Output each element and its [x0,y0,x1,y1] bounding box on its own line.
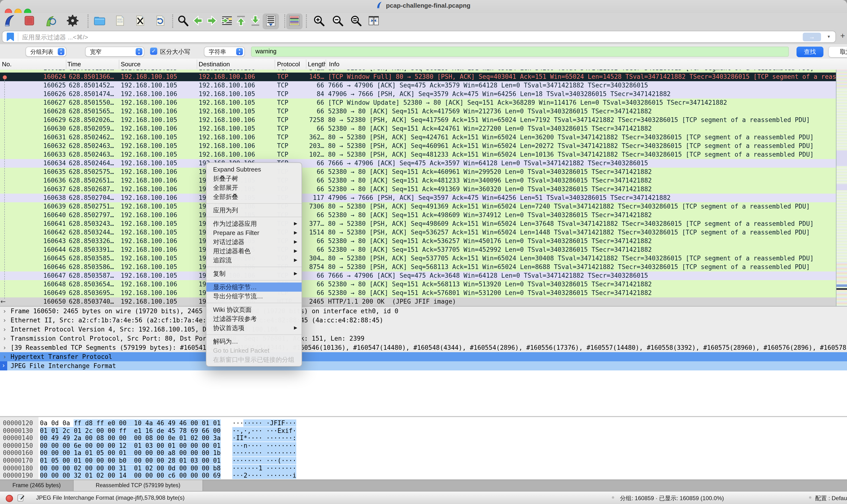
menu-item[interactable]: 全部折叠 [206,192,301,201]
zoom-out-icon[interactable] [331,14,344,28]
column-header-time[interactable]: Time [67,60,81,68]
expander-icon[interactable]: › [3,316,6,325]
cancel-button[interactable]: 取消 [829,47,847,57]
menu-item[interactable]: 显示分组字节… [206,283,301,292]
packet-row[interactable]: 160625628.8501452…192.168.100.105192.168… [0,81,836,90]
start-capture-icon[interactable] [4,14,16,28]
menu-item[interactable]: 全部展开 [206,183,301,192]
reload-file-icon[interactable] [154,14,167,28]
expert-info-icon[interactable] [6,495,13,502]
add-filter-button[interactable]: + [840,31,845,41]
packet-row[interactable]: 160640628.8502797…192.168.100.106192.168… [0,211,836,220]
packet-row[interactable]: 160632628.8502463…192.168.100.105192.168… [0,142,836,150]
menu-item[interactable]: 解码为… [206,337,301,346]
hex-bytes[interactable]: 01 01 2c 01 2c 00 00 ff e1 16 de 45 78 6… [40,427,221,434]
hex-row[interactable]: 0000017001 05 00 01 00 00 00 b0 00 00 00… [0,457,847,464]
hex-bytes[interactable]: 00 00 00 1a 01 05 00 01 00 00 00 a8 00 0… [40,449,221,457]
menu-item[interactable]: 过滤器字段参考 [206,314,301,323]
packet-row[interactable]: 160629628.8502026…192.168.100.105192.168… [0,116,836,124]
hex-ascii[interactable]: ··,·,··· ···Exif· [232,427,296,434]
menu-item[interactable]: 协议首选项▶ [206,323,301,332]
column-header-no[interactable]: No. [2,60,12,68]
search-width-select[interactable]: 宽窄▲▼ [85,47,144,57]
hex-bytes[interactable]: 01 05 00 01 00 00 00 b0 00 00 00 28 01 0… [40,457,221,464]
packet-row[interactable]: 160635628.8502575…192.168.100.106192.168… [0,168,836,176]
packet-row[interactable]: 160645628.8503585…192.168.100.105192.168… [0,254,836,263]
hex-bytes[interactable]: 00 00 00 02 00 00 00 31 01 02 00 0d 00 0… [40,464,221,472]
filter-bookmark-icon[interactable] [7,33,14,41]
menu-item[interactable]: 对话过滤器▶ [206,237,301,247]
hex-ascii[interactable]: ·II*···· ·······: [232,434,296,442]
column-header-length[interactable]: Length [308,60,326,68]
expander-icon[interactable]: › [3,307,6,316]
menu-item[interactable]: 应用为列 [206,205,301,215]
menu-item[interactable]: 追踪流▶ [206,256,301,265]
expander-icon[interactable]: › [0,361,7,371]
packet-row[interactable]: 160627628.8501550…192.168.100.106192.168… [0,98,836,107]
detail-line[interactable]: ›Hypertext Transfer Protocol [0,352,847,361]
colorize-icon[interactable] [286,14,302,29]
menu-item[interactable]: 用过滤器着色▶ [206,247,301,256]
hex-bytes[interactable]: 00 00 00 32 01 02 00 14 00 00 00 c6 00 0… [40,472,221,479]
go-first-icon[interactable] [235,14,247,28]
menu-item[interactable]: 作为过滤器应用▶ [206,219,301,228]
restart-capture-icon[interactable] [44,14,57,28]
go-to-packet-icon[interactable] [220,14,233,28]
detail-line[interactable]: ›Ethernet II, Src: a2:cf:1b:7a:4e:56 (a2… [0,316,847,325]
detail-line[interactable]: ›Transmission Control Protocol, Src Port… [0,334,847,343]
packet-row[interactable]: 160641628.8503243…192.168.100.105192.168… [0,220,836,228]
hex-row[interactable]: 0000016000 00 00 1a 01 05 00 01 00 00 00… [0,449,847,457]
zoom-in-icon[interactable] [313,14,325,28]
packet-row[interactable]: 160623628.8501359…192.168.100.105192.168… [0,70,836,73]
packet-row[interactable]: 160638628.8502704…192.168.100.106192.168… [0,194,836,202]
expander-icon[interactable]: › [3,325,6,334]
find-button[interactable]: 查找 [796,47,824,57]
go-last-icon[interactable] [249,14,262,28]
hex-row[interactable]: 0000014000 49 49 2a 00 08 00 00 00 08 00… [0,434,847,442]
hex-ascii[interactable]: ···2···· ·······i [232,472,296,479]
expander-icon[interactable]: › [3,352,6,361]
packet-row[interactable]: 160644628.8503391…192.168.100.106192.168… [0,246,836,254]
intelligent-scrollbar[interactable] [836,70,847,306]
find-packet-icon[interactable] [177,14,190,28]
detail-line[interactable]: ›Frame 160650: 2465 bytes on wire (19720… [0,307,847,316]
hex-row[interactable]: 0000018000 00 00 02 00 00 00 31 01 02 00… [0,464,847,472]
expander-icon[interactable]: › [3,334,6,343]
detail-line[interactable]: ›Internet Protocol Version 4, Src: 192.1… [0,325,847,334]
auto-scroll-icon[interactable] [263,14,279,29]
packet-row[interactable]: 160643628.8503326…192.168.100.106192.168… [0,237,836,246]
packet-row[interactable]: 160650628.8503740…192.168.100.105192.168… [0,298,836,306]
status-profile[interactable]: 配置 : Default [815,494,847,503]
tab-reassembled-tcp[interactable]: Reassembled TCP (579199 bytes) [73,480,203,491]
hex-bytes[interactable]: 00 49 49 2a 00 08 00 00 00 08 00 0e 01 0… [40,434,221,442]
menu-item[interactable]: 折叠子树 [206,174,301,183]
zoom-reset-icon[interactable] [350,14,362,28]
hex-ascii[interactable]: ········ ·JFIF··· [232,419,296,427]
hex-bytes[interactable]: 00 00 00 6e 00 00 00 12 01 03 00 01 00 0… [40,442,221,449]
display-filter-input[interactable]: 应用显示过滤器 ...<⌘/> → ▼ [2,31,836,43]
search-input[interactable]: warning [251,47,789,57]
hex-ascii[interactable]: ········ ···(···· [232,457,296,464]
menu-item[interactable]: 复制▶ [206,269,301,278]
column-header-destination[interactable]: Destination [198,60,230,68]
column-header-info[interactable]: Info [329,60,339,68]
go-back-icon[interactable] [191,14,204,28]
packet-row[interactable]: 160628628.8501565…192.168.100.106192.168… [0,107,836,116]
capture-options-icon[interactable] [66,14,79,28]
apply-filter-icon[interactable]: → [803,33,821,41]
menu-item[interactable]: Wiki 协议页面 [206,305,301,314]
packet-row[interactable]: 160633628.8502463…192.168.100.105192.168… [0,150,836,159]
expander-icon[interactable]: › [3,343,6,352]
detail-line[interactable]: ›JPEG File Interchange Format [0,361,847,371]
detail-line[interactable]: ›[39 Reassembled TCP Segments (579199 by… [0,343,847,352]
close-file-icon[interactable] [134,14,146,28]
menu-item[interactable]: 导出分组字节流… [206,292,301,301]
packet-row[interactable]: 160631628.8502462…192.168.100.105192.168… [0,133,836,142]
packet-row[interactable]: 160642628.8503244…192.168.100.105192.168… [0,228,836,237]
packet-row[interactable]: 160636628.8502651…192.168.100.106192.168… [0,176,836,185]
hex-bytes[interactable]: 0a 0d 0a ff d8 ff e0 00 10 4a 46 49 46 0… [40,419,221,427]
filter-dropdown-caret-icon[interactable]: ▼ [827,35,831,39]
hex-row[interactable]: 0000019000 00 00 32 01 02 00 14 00 00 00… [0,472,847,479]
menu-item[interactable]: Prepare as Filter▶ [206,228,301,237]
packet-row[interactable]: 160634628.8502464…192.168.100.105192.168… [0,159,836,168]
